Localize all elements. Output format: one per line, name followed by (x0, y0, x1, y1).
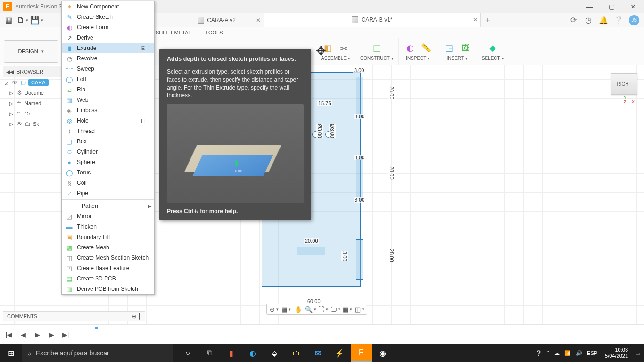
extensions-icon[interactable]: ⟳ (569, 16, 578, 25)
menu-item-create-sketch[interactable]: ✎Create Sketch (62, 12, 154, 22)
window-close-button[interactable]: ✕ (622, 0, 644, 13)
timeline-fwd-icon[interactable]: ▶ (47, 330, 56, 339)
move-handle-icon[interactable]: ✥ (316, 44, 326, 58)
timeline-end-icon[interactable]: ▶| (61, 330, 70, 339)
menu-item-coil[interactable]: §Coil (62, 178, 154, 188)
browser-header[interactable]: ◀◀ BROWSER (3, 66, 63, 77)
data-panel-icon[interactable]: ▦ (4, 16, 13, 25)
workspace-switcher[interactable]: DESIGN (4, 40, 58, 63)
job-status-icon[interactable]: ◷ (584, 16, 593, 25)
menu-item-extrude[interactable]: ▮ExtrudeE⋮ (62, 43, 154, 53)
view-cube[interactable]: RIGHT (611, 73, 637, 95)
window-minimize-button[interactable]: — (579, 0, 601, 13)
tree-root[interactable]: ◿👁▢ CARA (3, 77, 63, 88)
volume-icon[interactable]: 🔊 (576, 350, 582, 356)
taskview-icon[interactable]: ⧉ (199, 344, 220, 362)
menu-item-hole[interactable]: ◎HoleH (62, 115, 154, 126)
menu-item-boundary-fill[interactable]: ▣Boundary Fill (62, 232, 154, 242)
timeline-start-icon[interactable]: |◀ (5, 330, 13, 339)
menu-item-sphere[interactable]: ●Sphere (62, 157, 154, 167)
user-avatar[interactable]: JS (629, 15, 639, 25)
menu-item-create-3d-pcb[interactable]: ▤Create 3D PCB (62, 273, 154, 284)
help-icon[interactable]: ❔ (614, 16, 623, 25)
new-tab-button[interactable]: + (481, 13, 495, 27)
menu-item-sweep[interactable]: 〰Sweep (62, 64, 154, 74)
notifications-tray-icon[interactable]: ▭ (636, 350, 640, 356)
orbit-icon[interactable]: ⊕ (269, 304, 279, 314)
close-tab-icon[interactable]: ✕ (256, 17, 261, 24)
viewport-icon[interactable]: ◫ (355, 304, 365, 314)
menu-item-mirror[interactable]: ◿Mirror (62, 211, 154, 222)
collapse-icon[interactable]: ◀◀ (6, 69, 14, 75)
help-tray-icon[interactable]: ❔ (536, 350, 542, 356)
menu-item-derive-pcb-from-sketch[interactable]: ▥Derive PCB from Sketch (62, 284, 154, 294)
menu-item-create-mesh[interactable]: ▩Create Mesh (62, 242, 154, 253)
app-icon[interactable]: ⚡ (329, 344, 350, 362)
fit-icon[interactable]: ⛶ (318, 304, 328, 314)
document-tab[interactable]: CARA-B v1* ✕ (264, 13, 481, 27)
menu-item-new-component[interactable]: ✦New Component (62, 1, 154, 12)
taskbar-clock[interactable]: 10:03 5/04/2021 (602, 347, 631, 359)
timeline-feature[interactable] (85, 329, 96, 340)
construct-icon[interactable]: ◫ (370, 41, 383, 55)
pan-icon[interactable]: ✋ (293, 304, 304, 314)
group-label[interactable]: INSERT (447, 56, 468, 61)
look-icon[interactable]: ▦ (281, 304, 291, 314)
joint-icon[interactable]: ⫘ (337, 41, 350, 55)
taskbar-search[interactable]: ⌕ Escribe aquí para buscar (22, 344, 173, 362)
notifications-icon[interactable]: 🔔 (599, 16, 608, 25)
timeline-back-icon[interactable]: ◀ (19, 330, 27, 339)
start-button[interactable]: ⊞ (0, 344, 22, 362)
menu-item-create-mesh-section-sketch[interactable]: ◫Create Mesh Section Sketch (62, 253, 154, 263)
inspect-icon[interactable]: ◐ (404, 41, 417, 55)
menu-item-emboss[interactable]: ◈Emboss (62, 105, 154, 115)
group-label[interactable]: SELECT (482, 56, 504, 61)
zoom-icon[interactable]: 🔍 (305, 304, 316, 314)
tree-item[interactable]: ▷🗀Named (3, 98, 63, 108)
cloud-icon[interactable]: ☁ (554, 350, 560, 356)
more-icon[interactable]: ⋮ (146, 45, 151, 51)
explorer-icon[interactable]: 🗀 (286, 344, 306, 362)
save-icon[interactable]: 💾 (32, 16, 41, 25)
fusion-taskbar-icon[interactable]: F (351, 344, 372, 362)
timeline-play-icon[interactable]: ▶ (33, 330, 41, 339)
menu-item-web[interactable]: ▦Web (62, 95, 154, 105)
group-label[interactable]: INSPECT (406, 56, 430, 61)
menu-item-pattern[interactable]: Pattern▶ (62, 201, 154, 211)
chrome-icon[interactable]: ◉ (372, 344, 393, 362)
menu-item-thread[interactable]: ⌇Thread (62, 126, 154, 136)
window-maximize-button[interactable]: ▢ (601, 0, 622, 13)
menu-item-create-base-feature[interactable]: ◰Create Base Feature (62, 263, 154, 273)
menu-item-cylinder[interactable]: ⬭Cylinder (62, 147, 154, 157)
close-tab-icon[interactable]: ✕ (473, 16, 478, 23)
tree-item[interactable]: ▷⚙Docume (3, 88, 63, 98)
office-icon[interactable]: ▮ (221, 344, 241, 362)
document-tab[interactable]: CARA-A v2 ✕ (170, 13, 264, 27)
menu-item-loft[interactable]: ◯Loft (62, 74, 154, 84)
file-menu-icon[interactable]: 🗋 (18, 16, 27, 25)
tree-item[interactable]: ▷🗀Or (3, 108, 63, 119)
image-icon[interactable]: 🖼 (459, 41, 472, 55)
menu-item-derive[interactable]: ↗Derive (62, 33, 154, 43)
menu-item-create-form[interactable]: ◐Create Form (62, 22, 154, 33)
comments-bar[interactable]: COMMENTS ⊕ ┃ (3, 311, 145, 321)
menu-item-box[interactable]: ▢Box (62, 136, 154, 147)
menu-item-thicken[interactable]: ▬Thicken (62, 222, 154, 232)
group-label[interactable]: CONSTRUCT (360, 56, 394, 61)
measure-icon[interactable]: 📏 (420, 41, 433, 55)
menu-item-rib[interactable]: ⊿Rib (62, 84, 154, 95)
display-icon[interactable]: 🖵 (330, 304, 340, 314)
mail-icon[interactable]: ✉ (307, 344, 328, 362)
tree-item[interactable]: ▷👁🗀Sk (3, 119, 63, 129)
select-icon[interactable]: ◆ (486, 41, 499, 55)
ribbon-tab[interactable]: TOOLS (205, 30, 223, 35)
menu-item-torus[interactable]: ◯Torus (62, 167, 154, 178)
menu-item-revolve[interactable]: ◔Revolve (62, 53, 154, 64)
insert-icon[interactable]: ◳ (443, 41, 456, 55)
ribbon-tab[interactable]: SHEET METAL (156, 30, 191, 35)
language-indicator[interactable]: ESP (587, 350, 597, 356)
wifi-icon[interactable]: 📶 (564, 350, 571, 356)
chevron-up-icon[interactable]: ˄ (547, 350, 550, 356)
dropbox-icon[interactable]: ⬙ (264, 344, 285, 362)
edge-icon[interactable]: ◐ (242, 344, 263, 362)
